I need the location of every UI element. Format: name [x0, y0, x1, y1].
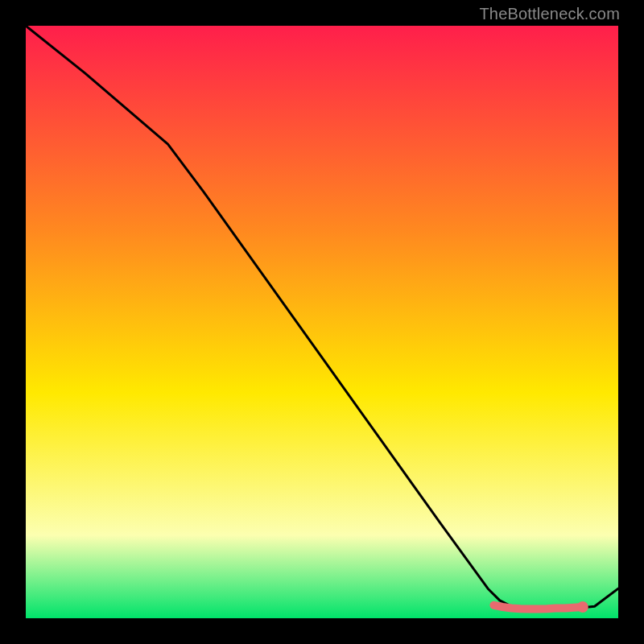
bottleneck-chart [26, 26, 618, 618]
watermark-text: TheBottleneck.com [479, 5, 620, 23]
highlight-band [493, 605, 582, 609]
chart-frame [26, 26, 618, 618]
gradient-background [26, 26, 618, 618]
highlight-dot [577, 601, 588, 613]
